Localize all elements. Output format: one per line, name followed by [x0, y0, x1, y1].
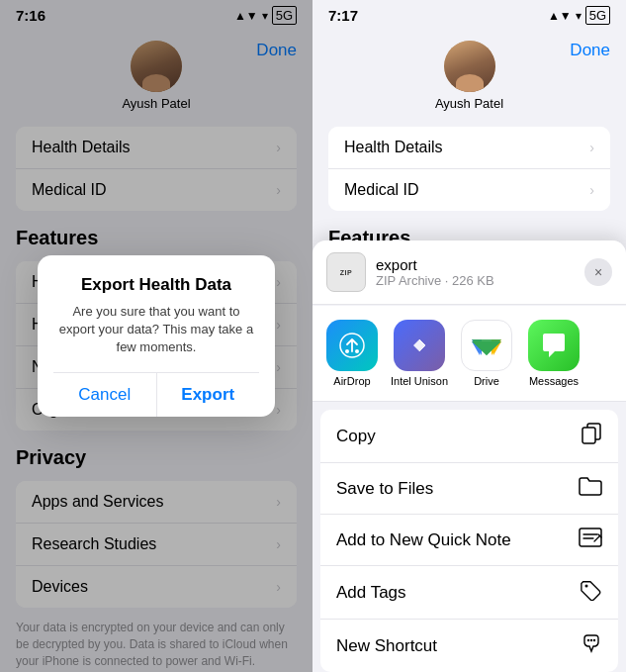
right-medical-id[interactable]: Medical ID ›	[328, 169, 610, 211]
right-health-details[interactable]: Health Details ›	[328, 127, 610, 169]
dialog-title: Export Health Data	[53, 275, 259, 295]
share-file-name: export	[376, 256, 575, 273]
right-profile-name: Ayush Patel	[435, 96, 503, 111]
right-panel: 7:17 ▲▼ ▾ 5G Done Ayush Patel Health Det…	[313, 0, 626, 672]
svg-point-7	[585, 585, 588, 588]
share-action-save-files[interactable]: Save to Files	[320, 463, 618, 515]
share-action-quick-note[interactable]: Add to New Quick Note	[320, 515, 618, 566]
share-file-size: ZIP Archive · 226 KB	[376, 273, 575, 288]
right-profile-section: Done Ayush Patel	[313, 29, 626, 119]
tags-label: Add Tags	[336, 583, 406, 603]
share-action-shortcut[interactable]: New Shortcut	[320, 620, 618, 672]
app-icon-intel[interactable]: Intel Unison	[388, 320, 451, 387]
svg-point-9	[590, 639, 592, 641]
folder-icon	[579, 476, 602, 501]
app-icon-airdrop[interactable]: AirDrop	[320, 320, 384, 387]
intel-unison-icon	[394, 320, 445, 371]
copy-label: Copy	[336, 427, 376, 446]
drive-label: Drive	[474, 375, 499, 387]
dialog-cancel-button[interactable]: Cancel	[53, 373, 157, 417]
dialog-export-button[interactable]: Export	[157, 373, 260, 417]
right-medical-id-label: Medical ID	[344, 181, 419, 199]
app-icon-drive[interactable]: Drive	[455, 320, 518, 387]
right-avatar-image	[444, 41, 495, 92]
share-action-tags[interactable]: Add Tags	[320, 566, 618, 620]
svg-rect-5	[582, 428, 595, 443]
airdrop-icon	[326, 320, 378, 371]
right-time: 7:17	[328, 7, 358, 24]
right-health-list: Health Details › Medical ID ›	[328, 127, 610, 211]
shortcut-icon	[581, 632, 602, 659]
share-header: ZIP export ZIP Archive · 226 KB ×	[313, 240, 626, 305]
right-status-bar: 7:17 ▲▼ ▾ 5G	[313, 0, 626, 29]
dialog-message: Are you sure that you want to export you…	[53, 303, 259, 357]
right-done-button[interactable]: Done	[570, 41, 610, 60]
share-file-info: export ZIP Archive · 226 KB	[376, 256, 575, 288]
messages-label: Messages	[529, 375, 579, 387]
app-icon-messages[interactable]: Messages	[522, 320, 585, 387]
svg-point-8	[587, 639, 589, 641]
chevron-icon: ›	[589, 182, 594, 198]
airdrop-label: AirDrop	[333, 375, 370, 387]
share-action-copy[interactable]: Copy	[320, 410, 618, 463]
copy-icon	[581, 423, 602, 449]
right-health-details-label: Health Details	[344, 139, 443, 156]
share-close-button[interactable]: ×	[584, 258, 612, 286]
messages-icon	[528, 320, 580, 371]
svg-point-2	[355, 349, 359, 353]
save-files-label: Save to Files	[336, 479, 433, 499]
wifi-icon: ▾	[576, 9, 581, 23]
intel-label: Intel Unison	[391, 375, 448, 387]
right-status-icons: ▲▼ ▾ 5G	[548, 6, 610, 25]
quick-note-label: Add to New Quick Note	[336, 530, 511, 550]
left-panel: 7:16 ▲▼ ▾ 5G Done Ayush Patel Health Det…	[0, 0, 313, 672]
dialog-overlay: Export Health Data Are you sure that you…	[0, 0, 313, 672]
svg-point-10	[593, 639, 595, 641]
quick-note-icon	[579, 528, 602, 552]
signal-icon: ▲▼	[548, 9, 572, 23]
tag-icon	[581, 579, 602, 606]
export-dialog: Export Health Data Are you sure that you…	[38, 255, 275, 418]
share-actions-list: Copy Save to Files Add to New Quick N	[320, 410, 618, 672]
shortcut-label: New Shortcut	[336, 636, 437, 656]
drive-icon	[461, 320, 512, 371]
dialog-buttons: Cancel Export	[53, 372, 259, 417]
chevron-icon: ›	[589, 140, 594, 155]
share-apps-row: AirDrop Intel Unison	[313, 306, 626, 402]
svg-point-1	[345, 349, 349, 353]
battery-icon: 5G	[585, 6, 610, 25]
share-sheet: ZIP export ZIP Archive · 226 KB ×	[313, 240, 626, 672]
zip-file-icon: ZIP	[326, 252, 366, 292]
right-avatar	[444, 41, 495, 92]
